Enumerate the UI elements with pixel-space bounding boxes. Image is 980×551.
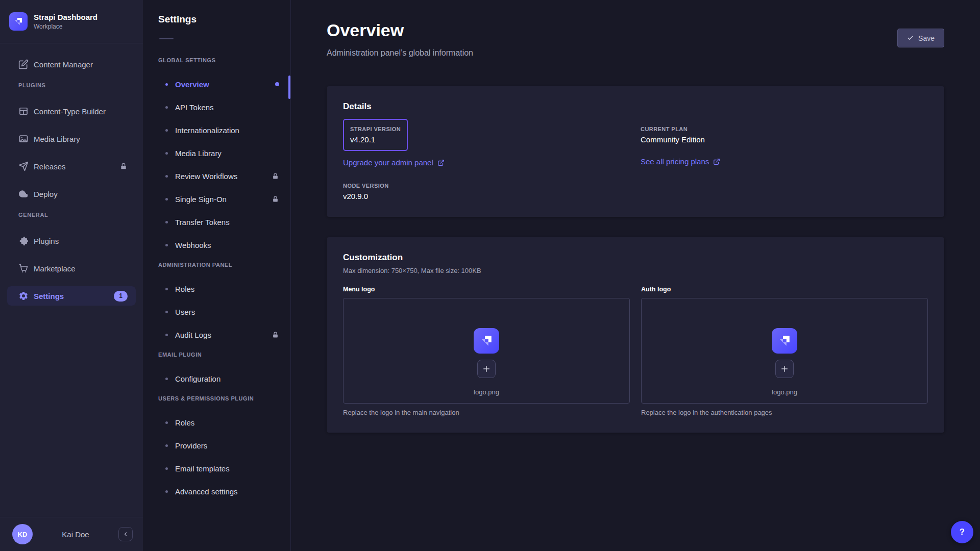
- auth-logo-dropzone[interactable]: logo.png: [641, 298, 928, 404]
- subnav-section-administration-panel: ADMINISTRATION PANEL: [158, 262, 278, 268]
- auth-logo-field: Auth logo logo.png: [641, 286, 928, 416]
- subnav-item-audit-logs[interactable]: Audit Logs: [143, 327, 279, 342]
- check-icon: [907, 35, 914, 41]
- sidebar-item-label: Marketplace: [34, 264, 76, 273]
- subnav-item-review-workflows[interactable]: Review Workflows: [143, 168, 279, 184]
- bullet-icon: [165, 106, 168, 109]
- bullet-icon: [165, 467, 168, 470]
- sidebar-item-content-type-builder[interactable]: Content-Type Builder: [7, 102, 136, 121]
- pen-icon: [18, 59, 29, 69]
- subnav-item-internationalization[interactable]: Internationalization: [143, 122, 279, 138]
- image-icon: [18, 134, 29, 144]
- subnav-item-transfer-tokens[interactable]: Transfer Tokens: [143, 214, 279, 230]
- strapi-version-value: v4.20.1: [350, 135, 401, 144]
- current-plan-value: Community Edition: [641, 135, 928, 144]
- save-button[interactable]: Save: [897, 29, 944, 47]
- bullet-icon: [165, 175, 168, 178]
- sidebar-item-label: Plugins: [34, 237, 59, 245]
- details-right-column: CURRENT PLAN Community Edition See all p…: [641, 119, 928, 201]
- title-divider: [159, 38, 174, 39]
- sidebar-item-content-manager[interactable]: Content Manager: [7, 55, 136, 74]
- sidebar-item-label: Content Manager: [34, 60, 93, 69]
- menu-logo-field: Menu logo logo.png: [343, 286, 630, 416]
- subnav-item-email-templates[interactable]: Email templates: [143, 461, 279, 476]
- menu-logo-dropzone[interactable]: logo.png: [343, 298, 630, 404]
- bullet-icon: [165, 198, 168, 201]
- main-nav-list: Content Manager PLUGINS Content-Type Bui…: [0, 43, 143, 517]
- subnav-item-up-roles[interactable]: Roles: [143, 415, 279, 430]
- sidebar-item-label: Media Library: [34, 135, 80, 143]
- main-navigation: Strapi Dashboard Workplace Content Manag…: [0, 0, 143, 551]
- lock-icon: [119, 162, 128, 170]
- bullet-icon: [165, 129, 168, 132]
- bullet-icon: [165, 244, 168, 246]
- workspace-brand[interactable]: Strapi Dashboard Workplace: [0, 0, 143, 43]
- layout-grid-icon: [18, 106, 29, 116]
- details-card: Details STRAPI VERSION v4.20.1 Upgrade y…: [327, 86, 944, 217]
- subnav-item-admin-users[interactable]: Users: [143, 304, 279, 319]
- customization-card: Customization Max dimension: 750×750, Ma…: [327, 237, 944, 433]
- user-name: Kai Doe: [38, 530, 113, 539]
- subnav-item-media-library[interactable]: Media Library: [143, 145, 279, 161]
- subnav-item-single-sign-on[interactable]: Single Sign-On: [143, 191, 279, 207]
- sidebar-item-plugins[interactable]: Plugins: [7, 231, 136, 251]
- subnav-item-advanced-settings[interactable]: Advanced settings: [143, 484, 279, 499]
- plus-icon: [780, 364, 789, 373]
- avatar[interactable]: KD: [12, 524, 33, 544]
- subnav-item-api-tokens[interactable]: API Tokens: [143, 99, 279, 115]
- help-button[interactable]: ?: [951, 521, 973, 543]
- settings-notification-badge: 1: [114, 291, 128, 302]
- app-root: Strapi Dashboard Workplace Content Manag…: [0, 0, 980, 551]
- gear-icon: [18, 291, 29, 301]
- menu-logo-caption: Replace the logo in the main navigation: [343, 409, 630, 416]
- lock-icon: [272, 172, 279, 180]
- paper-plane-icon: [18, 161, 29, 171]
- strapi-logo-icon: [9, 12, 28, 31]
- bullet-icon: [165, 83, 168, 86]
- collapse-sidebar-button[interactable]: [118, 527, 133, 541]
- sidebar-item-releases[interactable]: Releases: [7, 157, 136, 176]
- strapi-version-highlight-box: STRAPI VERSION v4.20.1: [343, 119, 408, 151]
- auth-logo-filename: logo.png: [772, 388, 797, 396]
- sidebar-item-media-library[interactable]: Media Library: [7, 129, 136, 148]
- add-menu-logo-button[interactable]: [477, 360, 496, 378]
- page-header: Overview Administration panel’s global i…: [327, 20, 944, 58]
- subnav-item-providers[interactable]: Providers: [143, 438, 279, 453]
- subnav-item-admin-roles[interactable]: Roles: [143, 281, 279, 296]
- node-version-label: NODE VERSION: [343, 183, 630, 189]
- auth-logo-preview: [772, 328, 797, 354]
- subnav-item-overview[interactable]: Overview: [143, 77, 279, 92]
- nav-section-header-plugins: PLUGINS: [7, 82, 136, 88]
- bullet-icon: [165, 311, 168, 313]
- external-link-icon: [437, 159, 445, 166]
- auth-logo-caption: Replace the logo in the authentication p…: [641, 409, 928, 416]
- customization-title: Customization: [343, 253, 928, 263]
- workspace-title: Strapi Dashboard: [34, 13, 97, 22]
- current-plan-label: CURRENT PLAN: [641, 126, 928, 132]
- subnav-item-webhooks[interactable]: Webhooks: [143, 237, 279, 253]
- sidebar-item-label: Releases: [34, 162, 66, 171]
- sidebar-item-deploy[interactable]: Deploy: [7, 184, 136, 204]
- strapi-version-label: STRAPI VERSION: [350, 126, 401, 132]
- bullet-icon: [165, 444, 168, 447]
- auth-logo-label: Auth logo: [641, 286, 928, 293]
- lock-icon: [272, 331, 279, 339]
- details-title: Details: [343, 102, 928, 112]
- subnav-section-global-settings: GLOBAL SETTINGS: [158, 57, 278, 63]
- sidebar-item-label: Settings: [34, 292, 64, 300]
- subnav-item-email-configuration[interactable]: Configuration: [143, 371, 279, 386]
- page-title: Overview: [327, 20, 473, 40]
- bullet-icon: [165, 421, 168, 424]
- user-area: KD Kai Doe: [0, 517, 143, 551]
- sidebar-item-label: Content-Type Builder: [34, 107, 106, 116]
- sidebar-item-settings[interactable]: Settings 1: [7, 286, 136, 306]
- customization-constraints: Max dimension: 750×750, Max file size: 1…: [343, 267, 928, 274]
- menu-logo-filename: logo.png: [474, 388, 499, 396]
- pricing-plans-link[interactable]: See all pricing plans: [641, 157, 720, 166]
- bullet-icon: [165, 378, 168, 380]
- sidebar-item-marketplace[interactable]: Marketplace: [7, 259, 136, 278]
- external-link-icon: [713, 158, 720, 165]
- add-auth-logo-button[interactable]: [775, 360, 794, 378]
- bullet-icon: [165, 334, 168, 336]
- upgrade-admin-panel-link[interactable]: Upgrade your admin panel: [343, 158, 445, 167]
